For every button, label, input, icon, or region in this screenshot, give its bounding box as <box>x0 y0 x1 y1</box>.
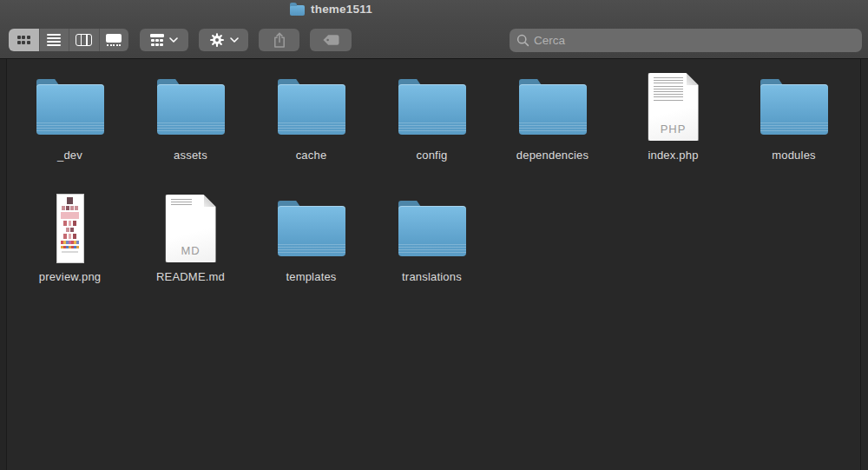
chevron-down-icon <box>230 37 239 43</box>
folder-icon <box>398 201 466 256</box>
grid-item[interactable]: PHP index.php <box>613 73 733 162</box>
folder-icon <box>278 79 345 135</box>
folder-icon <box>760 79 828 135</box>
tags-button[interactable] <box>310 29 352 51</box>
list-view-icon <box>47 34 61 46</box>
item-label: _dev <box>57 149 82 162</box>
item-label: dependencies <box>516 149 589 162</box>
grid-row: preview.png MD README.md templates tra <box>10 195 492 283</box>
grid-item[interactable]: preview.png <box>10 195 130 283</box>
folder-icon <box>157 79 225 135</box>
tag-icon <box>322 34 340 46</box>
gallery-view-icon <box>106 34 122 45</box>
file-browser-content[interactable]: _dev assets cache config dependencies <box>0 59 868 470</box>
folder-icon <box>278 201 345 256</box>
grid-item[interactable]: translations <box>372 195 492 283</box>
grid-item[interactable]: _dev <box>10 73 130 162</box>
titlebar[interactable]: theme1511 <box>0 0 868 22</box>
grid-item[interactable]: modules <box>733 73 854 162</box>
item-label: preview.png <box>39 270 102 283</box>
item-label: README.md <box>156 270 225 283</box>
group-icon <box>150 34 164 46</box>
search-input[interactable] <box>534 34 855 47</box>
content-left-border <box>0 59 7 470</box>
content-right-border <box>860 59 861 470</box>
item-label: templates <box>286 270 336 283</box>
view-columns-button[interactable] <box>69 29 99 51</box>
toolbar <box>0 22 868 59</box>
view-list-button[interactable] <box>39 29 69 51</box>
grid-item[interactable]: config <box>372 73 492 162</box>
file-type-badge: MD <box>166 244 216 257</box>
finder-window: theme1511 <box>0 0 868 470</box>
share-button[interactable] <box>259 29 299 51</box>
grid-item[interactable]: templates <box>251 195 372 283</box>
folder-icon <box>519 79 587 135</box>
item-label: translations <box>402 270 462 283</box>
item-label: modules <box>772 149 816 162</box>
item-label: index.php <box>648 149 698 162</box>
action-menu-button[interactable] <box>199 29 248 51</box>
chevron-down-icon <box>169 37 178 43</box>
search-icon <box>516 34 529 47</box>
view-icons-button[interactable] <box>9 29 39 51</box>
file-type-badge: PHP <box>648 122 699 136</box>
grid-row: _dev assets cache config dependencies <box>10 73 854 162</box>
grid-item[interactable]: cache <box>251 73 372 162</box>
grid-item[interactable]: MD README.md <box>130 195 251 283</box>
php-file-icon: PHP <box>648 73 699 141</box>
folder-icon <box>36 79 104 135</box>
search-field[interactable] <box>510 29 862 52</box>
image-thumbnail-icon <box>57 195 83 262</box>
share-icon <box>273 32 286 49</box>
folder-proxy-icon[interactable] <box>290 5 305 16</box>
view-gallery-button[interactable] <box>99 29 129 51</box>
group-by-button[interactable] <box>140 29 188 51</box>
column-view-icon <box>76 34 92 46</box>
md-file-icon: MD <box>166 195 216 262</box>
item-label: config <box>417 149 448 162</box>
grid-item[interactable]: assets <box>130 73 251 162</box>
title-group: theme1511 <box>290 3 372 16</box>
window-title: theme1511 <box>311 3 372 16</box>
folder-icon <box>398 79 466 135</box>
view-mode-segmented-control <box>9 29 128 51</box>
icon-view-icon <box>17 36 30 44</box>
item-label: cache <box>296 149 327 162</box>
gear-icon <box>209 32 225 48</box>
item-label: assets <box>174 149 207 162</box>
grid-item[interactable]: dependencies <box>492 73 613 162</box>
